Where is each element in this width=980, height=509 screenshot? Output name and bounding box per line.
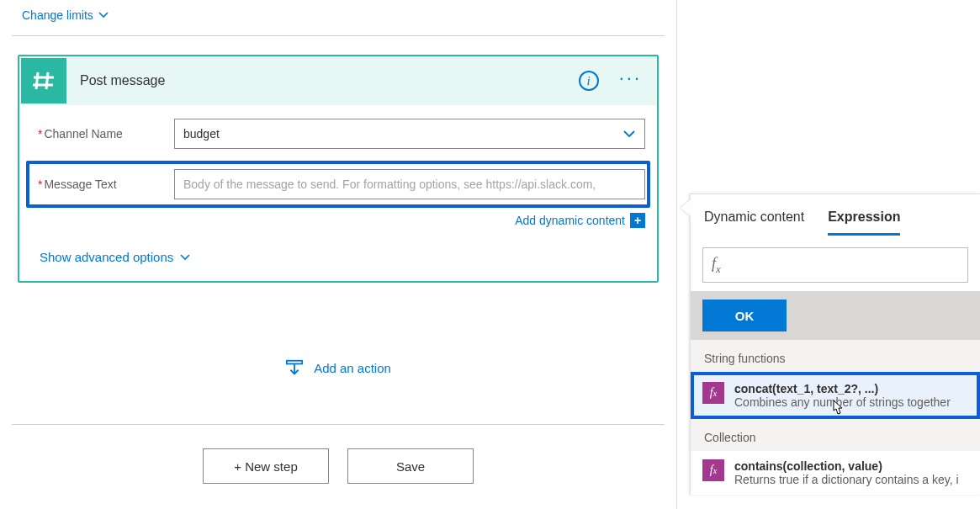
svg-rect-4 <box>287 361 302 364</box>
ok-bar: OK <box>691 291 980 340</box>
fx-badge-icon: fx <box>702 382 724 404</box>
channel-name-label: *Channel Name <box>31 127 174 141</box>
plus-icon: + <box>630 213 645 228</box>
vertical-divider <box>676 0 677 509</box>
flyout-tabs: Dynamic content Expression <box>691 194 980 236</box>
main-canvas: Change limits Post message i ··· <box>0 0 676 509</box>
channel-name-select[interactable]: budget <box>174 119 645 149</box>
section-collection: Collection <box>691 419 980 451</box>
more-menu-icon[interactable]: ··· <box>619 74 642 87</box>
add-action-icon <box>285 358 304 377</box>
function-description: Combines any number of strings together <box>734 395 968 409</box>
expression-flyout: Dynamic content Expression fx OK String … <box>690 194 980 495</box>
fx-icon: fx <box>712 255 721 276</box>
slack-hash-icon <box>21 58 66 103</box>
message-text-label: *Message Text <box>31 178 174 191</box>
divider <box>12 424 665 425</box>
card-header[interactable]: Post message i ··· <box>19 56 657 105</box>
post-message-card: Post message i ··· *Channel Name budget … <box>18 55 659 283</box>
section-string-functions: String functions <box>691 340 980 372</box>
svg-line-0 <box>36 72 38 89</box>
function-text: concat(text_1, text_2?, ...) Combines an… <box>734 382 968 409</box>
chevron-down-icon <box>622 127 636 141</box>
message-text-row: *Message Text Body of the message to sen… <box>26 161 650 208</box>
tab-dynamic-content[interactable]: Dynamic content <box>704 209 804 236</box>
tab-expression[interactable]: Expression <box>828 209 900 236</box>
function-text: contains(collection, value) Returns true… <box>734 459 968 486</box>
show-advanced-options-link[interactable]: Show advanced options <box>40 250 190 264</box>
message-text-input[interactable]: Body of the message to send. For formatt… <box>174 169 645 199</box>
chevron-down-icon <box>180 252 190 262</box>
save-button[interactable]: Save <box>347 448 474 484</box>
function-concat[interactable]: fx concat(text_1, text_2?, ...) Combines… <box>691 372 980 419</box>
add-dynamic-content-label: Add dynamic content <box>515 214 625 227</box>
footer-buttons: + New step Save <box>12 448 665 484</box>
add-action-button[interactable]: Add an action <box>12 358 665 377</box>
required-star: * <box>38 178 42 191</box>
change-limits-link[interactable]: Change limits <box>22 8 109 22</box>
required-star: * <box>38 127 42 141</box>
channel-name-row: *Channel Name budget <box>31 119 645 149</box>
svg-line-1 <box>46 72 48 89</box>
info-icon[interactable]: i <box>579 71 599 91</box>
advanced-options-label: Show advanced options <box>40 250 173 264</box>
divider <box>12 35 665 36</box>
function-signature: contains(collection, value) <box>734 459 968 473</box>
card-body: *Channel Name budget *Message Text Body … <box>19 105 657 281</box>
function-description: Returns true if a dictionary contains a … <box>734 473 968 486</box>
function-contains[interactable]: fx contains(collection, value) Returns t… <box>691 451 980 495</box>
new-step-button[interactable]: + New step <box>203 448 329 484</box>
ok-button[interactable]: OK <box>702 300 787 331</box>
chevron-down-icon <box>98 10 109 20</box>
change-limits-label: Change limits <box>22 8 93 22</box>
card-title: Post message <box>80 73 567 88</box>
message-text-placeholder: Body of the message to send. For formatt… <box>183 178 596 191</box>
channel-name-value: budget <box>183 127 220 141</box>
function-signature: concat(text_1, text_2?, ...) <box>734 382 968 395</box>
add-dynamic-content-link[interactable]: Add dynamic content + <box>31 213 645 228</box>
add-action-label: Add an action <box>314 361 391 375</box>
expression-input[interactable]: fx <box>702 247 968 283</box>
fx-badge-icon: fx <box>702 459 724 481</box>
